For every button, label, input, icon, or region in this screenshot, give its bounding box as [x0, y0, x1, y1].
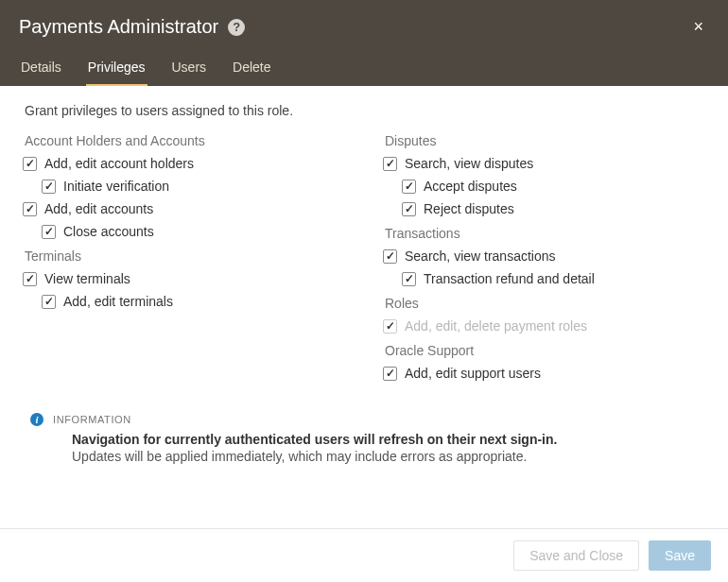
privilege-row: Accept disputes: [402, 179, 705, 194]
help-icon[interactable]: ?: [228, 19, 245, 36]
privilege-label: Accept disputes: [424, 179, 517, 194]
section-label: Terminals: [25, 248, 345, 264]
close-icon[interactable]: ×: [687, 13, 709, 41]
tab-delete[interactable]: Delete: [231, 52, 272, 87]
privilege-checkbox[interactable]: [23, 202, 37, 216]
privilege-row: Search, view transactions: [383, 248, 705, 264]
information-label: INFORMATION: [53, 414, 131, 425]
privilege-checkbox[interactable]: [383, 157, 397, 171]
privilege-label: Search, view transactions: [405, 248, 556, 264]
privilege-row: Search, view disputes: [383, 156, 705, 171]
section-label: Transactions: [385, 226, 705, 241]
privilege-columns: Account Holders and AccountsAdd, edit ac…: [23, 124, 705, 388]
privilege-column-right: DisputesSearch, view disputesAccept disp…: [383, 124, 705, 388]
privilege-label: Add, edit, delete payment roles: [405, 318, 587, 334]
privilege-checkbox[interactable]: [402, 180, 416, 194]
information-sub: Updates will be applied immediately, whi…: [72, 449, 705, 464]
privilege-row: Add, edit, delete payment roles: [383, 318, 705, 334]
privilege-row: Initiate verification: [42, 179, 345, 194]
privilege-label: Transaction refund and detail: [424, 271, 595, 286]
privilege-checkbox[interactable]: [383, 249, 397, 264]
privilege-label: Close accounts: [63, 224, 154, 239]
privilege-row: View terminals: [23, 271, 345, 286]
section-label: Disputes: [385, 133, 705, 148]
information-box: i INFORMATION Navigation for currently a…: [23, 413, 705, 464]
privilege-label: Add, edit accounts: [44, 201, 153, 216]
privilege-label: View terminals: [44, 271, 130, 286]
privilege-label: Initiate verification: [63, 179, 169, 194]
privilege-row: Add, edit accounts: [23, 201, 345, 216]
privilege-checkbox[interactable]: [402, 272, 416, 286]
section-label: Roles: [385, 296, 705, 311]
privilege-label: Reject disputes: [424, 201, 514, 216]
privilege-column-left: Account Holders and AccountsAdd, edit ac…: [23, 124, 345, 388]
tabs: DetailsPrivilegesUsersDelete: [19, 52, 709, 86]
privilege-checkbox[interactable]: [23, 272, 37, 286]
tab-privileges[interactable]: Privileges: [86, 52, 147, 87]
title-row: Payments Administrator ? ×: [19, 13, 709, 41]
tab-users[interactable]: Users: [170, 52, 209, 87]
role-dialog: Payments Administrator ? × DetailsPrivil…: [0, 0, 728, 582]
privilege-row: Add, edit support users: [383, 366, 705, 381]
privilege-row: Transaction refund and detail: [402, 271, 705, 286]
section-label: Account Holders and Accounts: [25, 133, 345, 148]
dialog-footer: Save and Close Save: [0, 528, 728, 582]
privilege-label: Search, view disputes: [405, 156, 533, 171]
privilege-row: Close accounts: [42, 224, 345, 239]
information-strong: Navigation for currently authenticated u…: [72, 432, 705, 447]
privilege-checkbox[interactable]: [42, 225, 56, 239]
info-icon: i: [30, 413, 43, 426]
save-button[interactable]: Save: [649, 540, 711, 571]
privilege-label: Add, edit account holders: [44, 156, 194, 171]
information-header: i INFORMATION: [30, 413, 705, 426]
privilege-row: Add, edit terminals: [42, 294, 345, 309]
privilege-checkbox[interactable]: [42, 180, 56, 194]
dialog-body: Grant privileges to users assigned to th…: [0, 86, 728, 528]
dialog-header: Payments Administrator ? × DetailsPrivil…: [0, 0, 728, 86]
privilege-label: Add, edit terminals: [63, 294, 173, 309]
privilege-checkbox[interactable]: [23, 157, 37, 171]
privilege-label: Add, edit support users: [405, 366, 541, 381]
dialog-title-wrap: Payments Administrator ?: [19, 16, 245, 38]
privilege-checkbox[interactable]: [383, 367, 397, 381]
tab-details[interactable]: Details: [19, 52, 63, 87]
privilege-checkbox[interactable]: [42, 295, 56, 309]
privilege-checkbox[interactable]: [402, 202, 416, 216]
privilege-row: Add, edit account holders: [23, 156, 345, 171]
privilege-checkbox: [383, 319, 397, 334]
save-and-close-button[interactable]: Save and Close: [513, 540, 639, 571]
dialog-title: Payments Administrator: [19, 16, 218, 38]
section-label: Oracle Support: [385, 343, 705, 358]
intro-text: Grant privileges to users assigned to th…: [25, 103, 705, 118]
privilege-row: Reject disputes: [402, 201, 705, 216]
